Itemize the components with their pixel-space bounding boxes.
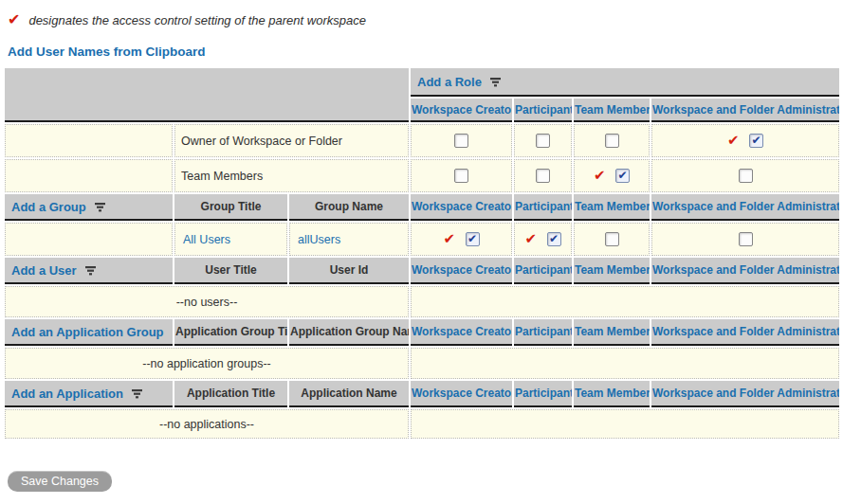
permission-checkbox[interactable] <box>739 232 753 246</box>
column-header-workspace-creator[interactable]: Workspace Creator <box>411 194 512 221</box>
table-row-all-users: All Users allUsers <box>5 223 839 256</box>
permission-cell <box>651 159 839 192</box>
permission-checkbox[interactable] <box>615 169 630 183</box>
role-header-cell: Add a Role <box>411 68 839 97</box>
app-header-cell: Add an Application <box>5 381 173 407</box>
permission-checkbox[interactable] <box>454 169 468 183</box>
permission-cell <box>574 159 650 192</box>
group-name-link[interactable]: allUsers <box>298 233 340 246</box>
row-label: Owner of Workspace or Folder <box>174 124 409 157</box>
column-header-team-member[interactable]: Team Member <box>574 99 650 122</box>
user-header-cell: Add a User <box>5 258 173 284</box>
legend: designates the access control setting of… <box>8 11 843 28</box>
column-header-workspace-folder-admin[interactable]: Workspace and Folder Administrator <box>651 194 839 221</box>
permission-checkbox[interactable] <box>739 169 753 183</box>
column-header-application-name: Application Name <box>289 381 409 407</box>
permission-checkbox[interactable] <box>466 232 480 246</box>
filter-icon <box>85 265 97 276</box>
add-a-group-label: Add a Group <box>11 200 86 214</box>
column-header-team-member[interactable]: Team Member <box>574 381 650 407</box>
column-header-workspace-creator[interactable]: Workspace Creator <box>411 381 512 407</box>
blank-cell <box>411 286 839 317</box>
access-control-table: Add a Role Workspace Creator Participant… <box>3 66 841 441</box>
add-a-role-link[interactable]: Add a Role <box>417 75 502 89</box>
permission-checkbox[interactable] <box>749 134 763 148</box>
group-title-link[interactable]: All Users <box>183 233 230 246</box>
permission-cell <box>514 223 572 256</box>
table-row-owner: Owner of Workspace or Folder <box>5 124 839 157</box>
permission-cell <box>651 124 839 157</box>
permission-checkbox[interactable] <box>536 169 550 183</box>
filter-icon <box>95 202 106 212</box>
add-a-user-label: Add a User <box>11 263 77 278</box>
column-header-app-group-name: Application Group Name <box>289 319 409 346</box>
app-header-row: Add an Application Application Title App… <box>5 381 839 407</box>
column-header-team-member[interactable]: Team Member <box>574 319 650 346</box>
role-header-row: Add a Role <box>5 68 839 97</box>
column-header-participant[interactable]: Participant <box>514 319 572 346</box>
table-row-no-applications: --no applications-- <box>5 409 839 439</box>
column-header-app-group-title: Application Group Title <box>174 319 287 346</box>
filter-icon <box>132 388 143 399</box>
column-header-workspace-folder-admin[interactable]: Workspace and Folder Administrator <box>651 258 839 284</box>
blank-cell <box>5 124 173 157</box>
blank-cell <box>5 223 173 256</box>
parent-setting-checkmark-icon <box>524 232 537 246</box>
add-a-role-label: Add a Role <box>417 75 482 89</box>
column-header-participant[interactable]: Participant <box>514 381 572 407</box>
add-user-names-from-clipboard-link[interactable]: Add User Names from Clipboard <box>8 45 206 59</box>
add-an-application-group-link[interactable]: Add an Application Group <box>11 325 173 339</box>
blank-cell <box>411 348 839 379</box>
table-row-team-members: Team Members <box>5 159 839 192</box>
column-header-application-title: Application Title <box>174 381 287 407</box>
empty-state-application-groups: --no application groups-- <box>5 348 409 379</box>
permission-checkbox[interactable] <box>605 232 619 246</box>
filter-icon <box>490 77 502 87</box>
user-header-row: Add a User User Title User Id Workspace … <box>5 258 839 284</box>
group-title-cell: All Users <box>174 223 287 256</box>
column-header-workspace-creator[interactable]: Workspace Creator <box>411 258 512 284</box>
permission-checkbox[interactable] <box>454 134 468 148</box>
group-header-cell: Add a Group <box>5 194 173 221</box>
group-name-cell: allUsers <box>289 223 409 256</box>
column-header-workspace-creator[interactable]: Workspace Creator <box>411 99 512 122</box>
add-a-group-link[interactable]: Add a Group <box>11 200 106 214</box>
column-header-workspace-folder-admin[interactable]: Workspace and Folder Administrator <box>651 319 839 346</box>
add-an-application-label: Add an Application <box>11 387 123 401</box>
column-header-group-title: Group Title <box>174 194 287 221</box>
permission-checkbox[interactable] <box>547 232 561 246</box>
permission-cell <box>411 223 512 256</box>
permission-cell <box>411 124 512 157</box>
app-group-header-cell: Add an Application Group <box>5 319 173 346</box>
blank-cell <box>411 409 839 439</box>
save-changes-button[interactable]: Save Changes <box>8 471 112 492</box>
column-header-workspace-creator[interactable]: Workspace Creator <box>411 319 512 346</box>
permission-checkbox[interactable] <box>605 134 619 148</box>
add-an-application-link[interactable]: Add an Application <box>11 387 143 401</box>
column-header-team-member[interactable]: Team Member <box>574 258 650 284</box>
column-header-participant[interactable]: Participant <box>514 258 572 284</box>
table-row-no-application-groups: --no application groups-- <box>5 348 839 379</box>
parent-setting-checkmark-icon <box>8 11 20 28</box>
column-header-team-member[interactable]: Team Member <box>574 194 650 221</box>
add-a-user-link[interactable]: Add a User <box>11 263 97 278</box>
column-header-user-title: User Title <box>174 258 287 284</box>
legend-text: designates the access control setting of… <box>28 13 366 27</box>
permission-checkbox[interactable] <box>536 134 550 148</box>
parent-setting-checkmark-icon <box>727 134 740 148</box>
permission-cell <box>574 124 650 157</box>
column-header-group-name: Group Name <box>289 194 409 221</box>
column-header-participant[interactable]: Participant <box>514 194 572 221</box>
column-header-participant[interactable]: Participant <box>514 99 572 122</box>
permission-cell <box>574 223 650 256</box>
empty-state-applications: --no applications-- <box>5 409 409 439</box>
column-header-user-id: User Id <box>289 258 409 284</box>
empty-state-users: --no users-- <box>5 286 409 317</box>
permission-cell <box>514 124 572 157</box>
parent-setting-checkmark-icon <box>443 232 455 246</box>
access-control-page: designates the access control setting of… <box>0 0 843 504</box>
role-header-blank-cell <box>5 68 409 122</box>
column-header-workspace-folder-admin[interactable]: Workspace and Folder Administrator <box>651 381 839 407</box>
column-header-workspace-folder-admin[interactable]: Workspace and Folder Administrator <box>651 99 839 122</box>
parent-setting-checkmark-icon <box>594 169 606 183</box>
